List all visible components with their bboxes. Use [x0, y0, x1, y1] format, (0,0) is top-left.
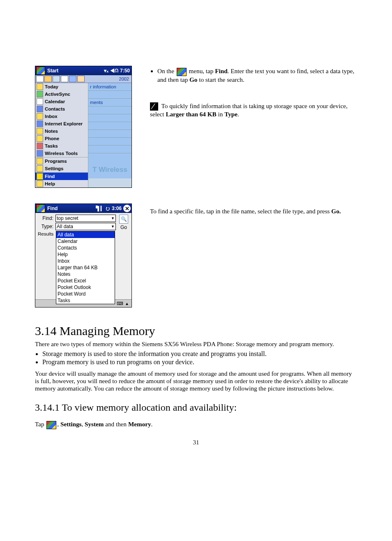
title: Start [46, 68, 104, 74]
menu-item-contacts[interactable]: Contacts [35, 105, 88, 113]
bg-line [88, 106, 131, 114]
shortcut-icon [53, 76, 60, 82]
dropdown-arrow-icon[interactable]: ▼ [111, 224, 115, 229]
status-area: ▝▌▎ ⭮ 3:06 [94, 206, 123, 211]
title-bar: Find ▝▌▎ ⭮ 3:06 ✕ [35, 204, 131, 213]
up-arrow-icon[interactable]: ▲ [125, 301, 129, 306]
menu-item-calendar[interactable]: Calendar [35, 98, 88, 105]
memory-types-list: Storage memory is used to store the info… [42, 350, 357, 366]
close-icon[interactable]: ✕ [123, 205, 131, 212]
section-heading: 3.14 Managing Memory [35, 324, 357, 338]
list-item[interactable]: Pocket Word [56, 291, 115, 297]
ie-icon [37, 120, 43, 127]
calendar-icon [37, 98, 43, 105]
list-item[interactable]: Help [56, 251, 115, 258]
bg-line [88, 130, 131, 138]
go-label: Go [120, 224, 127, 230]
find-icon [37, 173, 43, 180]
subsection-heading: 3.14.1 To view memory allocation and ava… [35, 402, 357, 413]
screenshot-start-menu: Start ▾ₓ ◀ᕬ 7:50 2002 [35, 66, 132, 188]
list-item: Storage memory is used to store the info… [42, 350, 357, 358]
contacts-icon [37, 106, 43, 112]
menu-item-ie[interactable]: Internet Explorer [35, 120, 88, 127]
results-label: Results [37, 231, 57, 237]
command-bar [88, 178, 131, 187]
menu-item-help[interactable]: Help [35, 180, 88, 187]
clock: 7:50 [120, 68, 130, 74]
bg-line [88, 138, 131, 146]
shortcut-bar: 2002 [35, 75, 131, 83]
list-item[interactable]: Larger than 64 KB [56, 264, 115, 271]
find-input[interactable]: top secret▼ [55, 215, 116, 222]
go-icon[interactable]: 🔍 [119, 215, 128, 224]
signal-icon: ▾ₓ [104, 68, 108, 74]
menu-item-today[interactable]: Today [35, 83, 88, 90]
windows-flag-icon [36, 67, 45, 75]
status-area: ▾ₓ ◀ᕬ 7:50 [104, 68, 131, 74]
start-icon [177, 68, 187, 76]
list-item[interactable]: Tasks [56, 297, 115, 304]
type-select[interactable]: All data▼ [55, 223, 116, 230]
windows-flag-icon [36, 204, 45, 213]
phone-icon [37, 135, 43, 142]
start-menu-list: Today ActiveSync Calendar Contacts Inbox… [35, 83, 88, 187]
title-bar: Start ▾ₓ ◀ᕬ 7:50 [35, 66, 131, 75]
dropdown-arrow-icon[interactable]: ▼ [111, 216, 115, 220]
menu-item-inbox[interactable]: Inbox [35, 113, 88, 120]
find-form: Find: top secret▼ Type: All data▼ 🔍 Go [35, 213, 131, 299]
subsection-instruction: Tap , Settings, System and then Memory. [35, 421, 357, 429]
bg-line: ments [88, 99, 131, 106]
today-icon [37, 83, 43, 90]
sync-icon [37, 91, 43, 97]
today-background: r information ments T Wireless [88, 83, 131, 187]
bg-line: r information [88, 83, 131, 91]
menu-item-tasks[interactable]: Tasks [35, 142, 88, 150]
tasks-icon [37, 143, 43, 149]
shortcut-icon [61, 76, 68, 82]
shortcut-icon [77, 76, 85, 82]
keyboard-icon[interactable]: ⌨ [117, 301, 123, 306]
list-item[interactable]: Calendar [56, 238, 115, 245]
wireless-icon [37, 150, 43, 157]
type-label: Type: [37, 224, 53, 229]
type-dropdown-list[interactable]: All data Calendar Contacts Help Inbox La… [56, 231, 115, 304]
bg-line [88, 146, 131, 153]
section-paragraph: Your device will usually manage the amou… [35, 370, 357, 392]
signal-icon: ▝▌▎ [94, 206, 104, 211]
clock: 3:06 [112, 206, 122, 211]
menu-item-programs[interactable]: Programs [35, 157, 88, 165]
note-icon [150, 102, 158, 111]
list-item[interactable]: Pocket Outlook [56, 284, 115, 291]
menu-item-find[interactable]: Find [35, 172, 88, 180]
list-item[interactable]: Notes [56, 271, 115, 277]
programs-icon [37, 158, 43, 164]
list-item[interactable]: Contacts [56, 245, 115, 251]
page-number: 31 [35, 439, 357, 446]
shortcut-icon [44, 76, 52, 82]
settings-icon [37, 165, 43, 172]
list-item[interactable]: All data [56, 231, 115, 238]
screenshot-find: Find ▝▌▎ ⭮ 3:06 ✕ Find: top secret▼ [35, 203, 132, 307]
inbox-icon [37, 113, 43, 120]
menu-item-wireless[interactable]: Wireless Tools [35, 150, 88, 157]
bg-line [88, 114, 131, 122]
menu-item-settings[interactable]: Settings [35, 165, 88, 172]
sync-icon-small: ⭮ [106, 206, 110, 211]
bg-line [88, 91, 131, 99]
list-item[interactable]: Inbox [56, 258, 115, 264]
bg-line [88, 122, 131, 130]
section-intro: There are two types of memory within the… [35, 340, 357, 348]
bg-year: 2002 [119, 76, 131, 81]
list-item: Program memory is used to run programs o… [42, 358, 357, 366]
help-icon [37, 180, 43, 187]
notes-icon [37, 128, 43, 134]
list-item[interactable]: Pocket Excel [56, 277, 115, 284]
menu-item-notes[interactable]: Notes [35, 127, 88, 135]
shortcut-icon [69, 76, 76, 82]
menu-item-phone[interactable]: Phone [35, 135, 88, 142]
menu-item-activesync[interactable]: ActiveSync [35, 90, 88, 98]
shortcut-icon [36, 76, 44, 82]
brand-watermark: T Wireless [88, 161, 131, 178]
start-icon [46, 421, 56, 429]
speaker-icon: ◀ᕬ [110, 68, 118, 74]
